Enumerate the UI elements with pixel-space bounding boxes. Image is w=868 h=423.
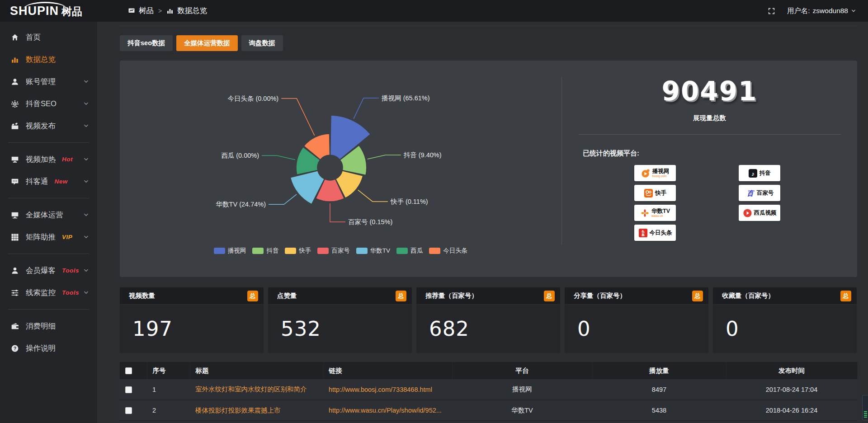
legend-item-百家号[interactable]: 百家号 [317,247,350,255]
platform-badge-今日头条: 头条今日头条 [634,225,676,241]
row-title: 室外水纹灯和室内水纹灯的区别和简介 [190,379,323,400]
platform-badge-华数TV: 华数TVwasu.cn [634,205,676,221]
sidebar-item-label: 线索监控 [26,288,56,298]
pie-label-line [368,155,401,159]
row-published: 2017-08-24 17:04 [726,379,857,400]
topbar-right: 用户名: zswodun88 [768,6,868,16]
legend-label: 播视网 [228,247,246,255]
video-url-link[interactable]: http://www.boosj.com/7338468.html [329,386,432,393]
sidebar-item-label: 视频加热 [26,155,56,164]
select-all-checkbox[interactable] [125,367,132,374]
platform-name: 西瓜视频 [754,210,777,216]
sidebar-item-线索监控[interactable]: 线索监控Tools [0,282,97,304]
sidebar-item-视频加热[interactable]: 视频加热Hot [0,148,97,170]
baijiahao-logo-icon: 百 [745,188,755,198]
sidebar-item-全媒体运营[interactable]: 全媒体运营 [0,204,97,226]
platform-sub: wasu.cn [651,214,670,217]
legend-swatch [356,248,368,254]
fullscreen-icon[interactable] [768,7,775,15]
legend-item-华数TV[interactable]: 华数TV [356,247,390,255]
sidebar-item-视频发布[interactable]: 视频发布 [0,115,97,137]
total-badge: 总 [840,291,851,301]
video-title-link[interactable]: 楼体投影灯投影效果震撼上市 [195,407,281,414]
svg-text:条: 条 [641,233,645,237]
pie-label-line [354,98,379,119]
sidebar-item-账号管理[interactable]: 账号管理 [0,70,97,93]
stat-card-视频数量: 视频数量总197 [120,287,264,353]
stat-card-title: 点赞量 [277,291,297,300]
legend-item-今日头条[interactable]: 今日头条 [429,247,467,255]
legend-swatch [317,248,329,254]
total-badge: 总 [396,291,406,301]
sidebar-item-首页[interactable]: 首页 [0,26,97,48]
stat-card-body: 682 [416,305,560,353]
breadcrumb: 树品 > 数据总览 [128,6,207,16]
column-header-序号: 序号 [147,362,190,379]
tab-全媒体运营数据[interactable]: 全媒体运营数据 [176,35,238,51]
stat-card-title: 推荐量（百家号） [425,291,478,300]
stat-card-title: 收藏量（百家号） [722,291,774,300]
legend-item-快手[interactable]: 快手 [285,247,311,255]
row-platform: 华数TV [452,400,592,421]
svg-text:?: ? [14,345,17,351]
row-published: 2018-04-26 16:24 [726,400,857,421]
monitor-icon [11,211,19,219]
bar-chart-icon [166,7,174,14]
home-icon [11,33,19,42]
row-checkbox[interactable] [125,407,132,414]
video-title-link[interactable]: 室外水纹灯和室内水纹灯的区别和简介 [195,385,307,393]
tab-抖音seo数据[interactable]: 抖音seo数据 [120,35,173,51]
sidebar-item-label: 首页 [26,33,41,42]
xigua-logo-icon [743,208,752,218]
sidebar-item-数据总览[interactable]: 数据总览 [0,48,97,70]
legend-item-抖音[interactable]: 抖音 [252,247,278,255]
platform-share-rose-chart: 播视网 (65.61%)抖音 (9.40%)快手 (0.11%)百家号 (0.1… [120,61,561,277]
kuaishou-logo-icon [644,188,653,198]
user-menu[interactable]: 用户名: zswodun88 [787,6,856,16]
row-checkbox[interactable] [125,386,132,393]
pie-label-百家号: 百家号 (0.15%) [348,218,392,226]
sidebar-item-badge: New [55,178,68,185]
sidebar-item-badge: VIP [62,234,72,240]
sliders-icon [11,289,19,297]
stat-card-推荐量（百家号）: 推荐量（百家号）总682 [416,287,560,353]
legend-label: 今日头条 [443,247,467,255]
row-link: http://www.boosj.com/7338468.html [323,379,452,400]
legend-item-西瓜[interactable]: 西瓜 [396,247,423,255]
sidebar-item-会员爆客[interactable]: 会员爆客Tools [0,259,97,282]
column-header-标题: 标题 [190,362,323,379]
row-select-cell [120,400,147,421]
column-header-发布时间: 发布时间 [726,362,857,379]
platform-name: 百家号 [757,190,774,196]
pie-label-line [281,99,315,136]
stat-card-value: 682 [429,317,469,341]
sidebar-item-操作说明[interactable]: ?操作说明 [0,337,97,359]
sidebar-item-抖音SEO[interactable]: 抖音SEO [0,93,97,115]
stat-card-header: 分享量（百家号）总 [565,287,708,305]
breadcrumb-current: 数据总览 [177,6,207,16]
stat-cards-row: 视频数量总197点赞量总532推荐量（百家号）总682分享量（百家号）总0收藏量… [120,287,857,353]
platform-name: 华数TV [651,208,670,214]
platform-name: 今日头条 [650,230,672,236]
legend-item-播视网[interactable]: 播视网 [214,247,246,255]
sidebar-item-矩阵助推[interactable]: 矩阵助推VIP [0,226,97,248]
sidebar-nav: 首页数据总览账号管理抖音SEO视频发布视频加热Hot抖客通New全媒体运营矩阵助… [0,22,97,359]
legend-label: 快手 [299,247,311,255]
svg-text:头: 头 [641,229,644,233]
data-tabs: 抖音seo数据全媒体运营数据询盘数据 [120,35,857,51]
breadcrumb-root[interactable]: 树品 [139,6,154,16]
video-url-link[interactable]: http://www.wasu.cn/Play/show/id/952... [329,407,442,414]
legend-swatch [429,248,440,254]
total-impressions-label: 展现量总数 [562,114,857,122]
user-solid-icon [11,267,19,275]
tab-询盘数据[interactable]: 询盘数据 [241,35,283,51]
row-title: 楼体投影灯投影效果震撼上市 [190,400,323,421]
sidebar-item-抖客通[interactable]: 抖客通New [0,170,97,193]
column-header-平台: 平台 [452,362,592,379]
svg-text:百: 百 [747,189,755,197]
app-logo[interactable]: SHUPIN 树品 [0,5,97,17]
floating-widget[interactable] [862,395,868,420]
sidebar-item-消费明细[interactable]: 消费明细 [0,315,97,337]
row-index: 2 [147,400,190,421]
sidebar-item-label: 会员爆客 [26,266,56,276]
